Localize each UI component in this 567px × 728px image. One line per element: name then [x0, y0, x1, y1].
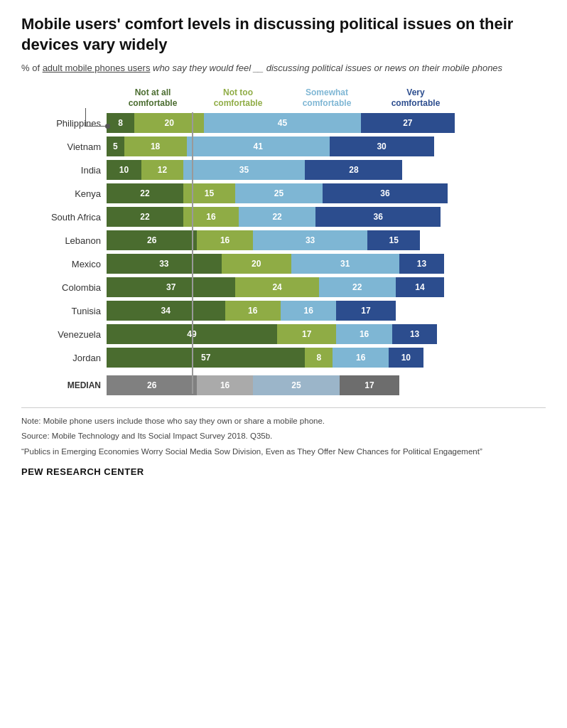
chart-subtitle: % of adult mobile phones users who say t…	[21, 62, 546, 75]
bar-segment: 24	[235, 277, 319, 297]
bar-segment: 35	[183, 160, 306, 180]
note-text: Note: Mobile phone users include those w…	[21, 415, 546, 427]
quote-text: “Publics in Emerging Economies Worry Soc…	[21, 446, 546, 458]
bar-segment: 8	[305, 348, 333, 368]
table-row: Jordan5781610	[107, 347, 546, 368]
table-row: South Africa22162236	[107, 206, 546, 228]
row-label: Tunisia	[21, 306, 107, 316]
bars-row: 5184130	[107, 136, 546, 156]
table-row: India10123528	[107, 159, 546, 181]
bar-segment: 16	[197, 375, 252, 395]
bar-segment: 13	[399, 254, 445, 274]
bar-segment: 57	[107, 348, 305, 368]
bar-segment: 10	[107, 160, 141, 180]
col-header-not-too: Not toocomfortable	[199, 87, 277, 108]
bar-segment: 20	[134, 113, 204, 133]
bar-segment: 16	[336, 324, 392, 344]
bar-segment: 17	[336, 301, 395, 321]
table-row: Kenya22152536	[107, 183, 546, 204]
bar-segment: 16	[225, 301, 281, 321]
bar-segment: 16	[197, 230, 252, 250]
bar-segment: 33	[107, 254, 222, 274]
bars-row: 26162517	[107, 375, 546, 395]
bars-row: 8204527	[107, 113, 546, 133]
bars-row: 34161617	[107, 301, 546, 321]
bar-segment: 16	[333, 348, 388, 368]
divider-line	[192, 112, 193, 394]
bar-segment: 30	[330, 136, 434, 156]
bar-segment: 16	[281, 301, 336, 321]
footnotes: Note: Mobile phone users include those w…	[21, 407, 546, 458]
bar-segment: 26	[107, 375, 197, 395]
bar-segment: 27	[361, 113, 455, 133]
row-label: Colombia	[21, 282, 107, 293]
source-text: Source: Mobile Technology and Its Social…	[21, 430, 546, 442]
bar-segment: 5	[107, 136, 124, 156]
bar-segment: 22	[107, 183, 183, 203]
bar-segment: 34	[107, 301, 225, 321]
row-label: India	[21, 165, 107, 176]
pew-logo: PEW RESEARCH CENTER	[21, 466, 546, 477]
bars-row: 22162236	[107, 207, 546, 227]
table-row: Colombia37242214	[107, 277, 546, 298]
bars-row: 49171613	[107, 324, 546, 344]
bar-segment: 12	[141, 160, 183, 180]
bars-row: 26163315	[107, 230, 546, 250]
bar-segment: 15	[367, 230, 420, 250]
bar-segment: 25	[253, 375, 340, 395]
bar-segment: 33	[253, 230, 368, 250]
bars-row: 10123528	[107, 160, 546, 180]
chart-wrapper: Mobile users' comfort levels in discussi…	[21, 14, 546, 477]
bars-row: 37242214	[107, 277, 546, 297]
table-row: Philippines8204527	[107, 112, 546, 134]
row-label: Philippines	[21, 118, 107, 129]
bar-segment: 10	[389, 348, 423, 368]
bar-segment: 14	[396, 277, 445, 297]
bar-segment: 15	[183, 183, 236, 203]
row-label: Jordan	[21, 353, 107, 363]
bars-row: 5781610	[107, 348, 546, 368]
row-label: Kenya	[21, 188, 107, 199]
bar-segment: 22	[107, 207, 183, 227]
rows-wrapper: Philippines8204527Vietnam5184130India101…	[21, 112, 546, 396]
bar-segment: 13	[392, 324, 438, 344]
bar-segment: 20	[222, 254, 291, 274]
bar-segment: 22	[239, 207, 315, 227]
bar-segment: 36	[323, 183, 448, 203]
col-header-very: Verycomfortable	[377, 87, 455, 108]
row-label: Vietnam	[21, 141, 107, 152]
bar-segment: 26	[107, 230, 197, 250]
bar-segment: 37	[107, 277, 235, 297]
bar-segment: 17	[340, 375, 399, 395]
row-label: Venezuela	[21, 329, 107, 340]
row-label: MEDIAN	[21, 380, 107, 390]
bars-row: 22152536	[107, 183, 546, 203]
chart-container: Not at allcomfortable Not toocomfortable…	[21, 87, 546, 396]
column-headers: Not at allcomfortable Not toocomfortable…	[107, 87, 546, 108]
row-label: Mexico	[21, 259, 107, 269]
table-row: MEDIAN26162517	[107, 375, 546, 396]
bar-segment: 45	[204, 113, 361, 133]
bar-segment: 41	[187, 136, 330, 156]
table-row: Tunisia34161617	[107, 300, 546, 321]
bar-segment: 17	[277, 324, 336, 344]
bars-row: 33203113	[107, 254, 546, 274]
table-row: Mexico33203113	[107, 253, 546, 274]
bar-segment: 28	[305, 160, 402, 180]
row-label: Lebanon	[21, 235, 107, 246]
bar-segment: 8	[107, 113, 134, 133]
col-header-not-at-all: Not at allcomfortable	[107, 87, 199, 108]
table-row: Lebanon26163315	[107, 230, 546, 251]
bar-segment: 31	[291, 254, 399, 274]
col-header-somewhat: Somewhatcomfortable	[277, 87, 377, 108]
bar-segment: 18	[124, 136, 187, 156]
chart-title: Mobile users' comfort levels in discussi…	[21, 14, 546, 55]
bar-segment: 36	[315, 207, 441, 227]
row-label: South Africa	[21, 212, 107, 223]
bar-segment: 22	[319, 277, 396, 297]
bar-segment: 25	[235, 183, 323, 203]
table-row: Venezuela49171613	[107, 323, 546, 345]
table-row: Vietnam5184130	[107, 136, 546, 157]
